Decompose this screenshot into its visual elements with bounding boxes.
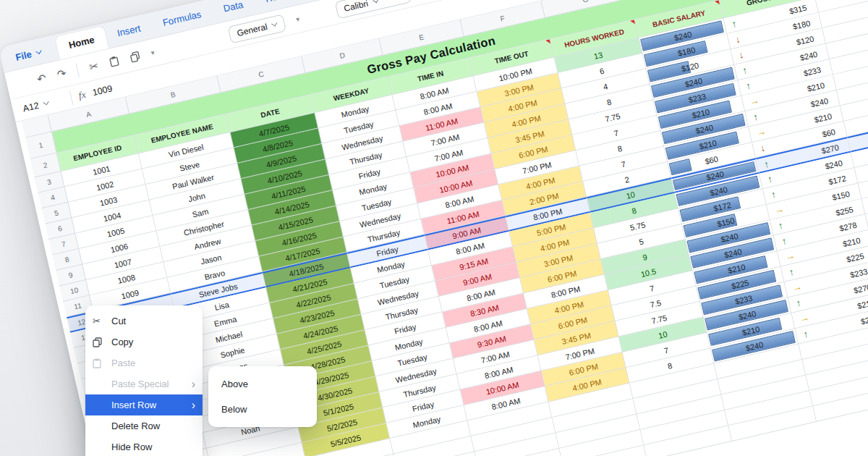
trend-down-icon: ↓ <box>760 142 767 153</box>
menu-item-label: Hide Row <box>111 442 152 452</box>
trend-right-icon: → <box>756 125 767 138</box>
menu-item-delete-row[interactable]: Delete Row <box>85 415 203 436</box>
page: { "window": { "file_label": "File", "tab… <box>0 0 868 456</box>
submenu-item-label: Above <box>221 379 248 389</box>
gross-pay-value: $270 <box>853 282 868 295</box>
chevron-down-icon <box>43 98 49 104</box>
context-menu: ✂CutCopyPastePaste Special›Insert Row›De… <box>85 305 203 456</box>
basic-salary-value: $60 <box>704 154 719 166</box>
chevron-down-icon <box>36 48 42 54</box>
number-format-value: General <box>236 21 268 38</box>
submenu-arrow-icon: › <box>192 400 195 411</box>
trend-up-icon: ↑ <box>788 266 795 278</box>
gross-pay-value: $233 <box>849 266 868 279</box>
scissors-icon: ✂ <box>93 316 111 326</box>
gross-pay-value: $120 <box>796 34 815 46</box>
trend-up-icon: ↑ <box>770 189 777 200</box>
menu-item-label: Paste <box>111 358 135 368</box>
trend-up-icon: ↑ <box>745 80 752 92</box>
copy-button[interactable] <box>129 51 141 64</box>
font-name-value: Calibri <box>343 0 369 14</box>
gross-pay-value: $60 <box>821 127 836 138</box>
menu-item-label: Copy <box>111 337 133 347</box>
gross-pay-value: $315 <box>788 3 808 15</box>
insert-row-submenu: AboveBelow <box>208 366 317 427</box>
name-box[interactable]: A12 <box>22 94 65 114</box>
gross-pay-value: $255 <box>835 205 854 217</box>
submenu-item-below[interactable]: Below <box>208 397 317 422</box>
trend-right-icon: → <box>773 203 785 216</box>
gross-pay-value: $270 <box>820 143 840 155</box>
menu-item-label: Delete Row <box>111 421 160 431</box>
gross-pay-value: $210 <box>856 297 868 310</box>
gross-pay-value: $210 <box>813 111 833 124</box>
trend-up-icon: ↑ <box>731 18 738 30</box>
file-menu-label: File <box>14 48 33 63</box>
menu-item-label: Cut <box>111 316 126 326</box>
submenu-item-label: Below <box>221 404 247 415</box>
trend-right-icon: → <box>799 312 810 325</box>
trend-up-icon: ↑ <box>767 173 774 185</box>
trend-up-icon: ↑ <box>780 235 788 247</box>
trend-up-icon: ↑ <box>752 111 760 122</box>
cut-button[interactable]: ✂ <box>88 60 100 72</box>
menu-item-insert-row[interactable]: Insert Row› <box>85 394 203 415</box>
trend-right-icon: → <box>784 250 796 263</box>
gross-pay-value: $240 <box>799 49 819 62</box>
submenu-item-above[interactable]: Above <box>208 371 317 397</box>
trend-up-icon: ↑ <box>763 158 770 169</box>
gross-pay-value: $150 <box>831 189 851 201</box>
gross-pay-value: $180 <box>792 18 812 30</box>
trend-down-icon: ↓ <box>738 49 745 61</box>
trend-up-icon: ↑ <box>802 329 809 340</box>
gross-pay-value: $172 <box>827 174 847 186</box>
chevron-down-icon[interactable]: ▾ <box>150 48 156 57</box>
gross-pay-value: $278 <box>838 220 858 232</box>
chevron-down-icon[interactable]: ▾ <box>295 15 300 24</box>
menu-item-hide-row[interactable]: Hide Row <box>85 436 203 456</box>
gross-pay-value: $240 <box>824 158 843 170</box>
paste-button[interactable] <box>109 55 120 68</box>
gross-pay-value: $225 <box>846 251 865 263</box>
menu-item-label: Insert Row <box>111 400 156 410</box>
fx-icon: fx <box>77 88 87 101</box>
name-box-value: A12 <box>22 100 40 114</box>
toolbar-divider <box>76 63 80 77</box>
gross-pay-value: $240 <box>860 313 868 326</box>
menu-item-copy[interactable]: Copy <box>85 332 203 352</box>
formula-input[interactable]: 1009 <box>91 83 113 98</box>
redo-button[interactable]: ↷ <box>56 67 67 80</box>
undo-button[interactable]: ↶ <box>35 72 47 85</box>
menu-item-cut[interactable]: ✂Cut <box>85 311 203 332</box>
gross-pay-value: $210 <box>807 80 826 93</box>
menu-item-label: Paste Special <box>111 379 169 389</box>
gross-pay-value: $233 <box>803 65 822 77</box>
gross-pay-value: $210 <box>842 235 861 248</box>
trend-down-icon: ↓ <box>734 33 741 45</box>
trend-up-icon: ↑ <box>777 220 784 232</box>
menu-item-paste-special[interactable]: Paste Special› <box>85 373 203 394</box>
menu-item-paste[interactable]: Paste <box>85 352 203 373</box>
trend-right-icon: → <box>749 95 760 108</box>
formula-bar-divider <box>69 90 73 105</box>
copy-icon <box>93 337 111 347</box>
trend-up-icon: ↑ <box>741 64 749 76</box>
trend-right-icon: → <box>791 281 803 294</box>
trend-up-icon: ↑ <box>795 297 802 309</box>
chevron-down-icon <box>271 20 277 26</box>
chevron-down-icon <box>373 0 378 3</box>
gross-pay-value: $240 <box>809 96 829 109</box>
submenu-arrow-icon: › <box>192 379 195 390</box>
paste-icon <box>93 358 111 368</box>
